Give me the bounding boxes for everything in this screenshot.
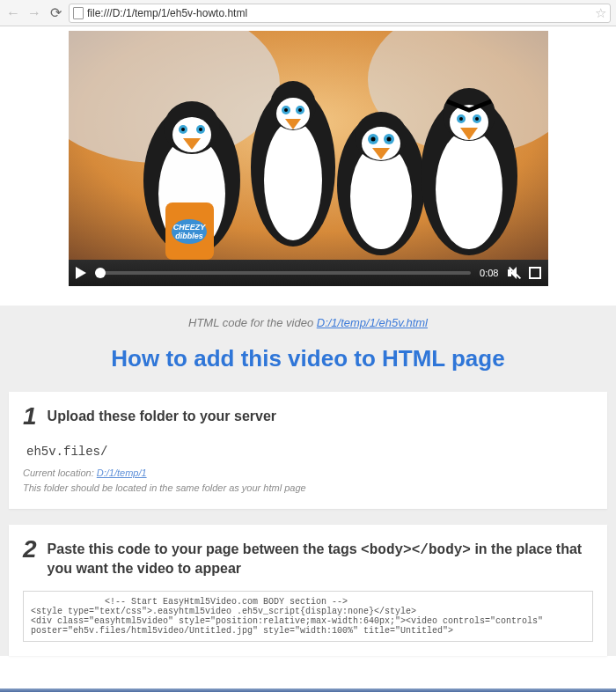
- video-time: 0:08: [480, 268, 498, 278]
- url-input[interactable]: [87, 7, 591, 19]
- svg-point-23: [298, 108, 302, 112]
- video-player: CHEEZY dibbles: [69, 31, 548, 286]
- step-1-title: Upload these folder to your server: [48, 404, 277, 426]
- current-location: Current location: D:/1/temp/1: [23, 466, 593, 481]
- back-button[interactable]: ←: [5, 5, 21, 21]
- page-icon: [73, 7, 84, 19]
- step-1-number: 1: [23, 404, 37, 429]
- seek-track[interactable]: [95, 271, 472, 275]
- code-snippet[interactable]: <!-- Start EasyHtml5Video.com BODY secti…: [23, 591, 593, 642]
- page-content: CHEEZY dibbles: [0, 26, 616, 692]
- loc-prefix: Current location:: [23, 467, 97, 478]
- svg-point-35: [436, 129, 502, 249]
- caption-link[interactable]: D:/1/temp/1/eh5v.html: [317, 316, 428, 329]
- svg-text:dibbles: dibbles: [175, 232, 203, 240]
- svg-point-31: [370, 137, 375, 142]
- address-bar[interactable]: ☆: [69, 4, 611, 23]
- svg-point-9: [181, 128, 185, 131]
- step-2: 2 Paste this code to your page between t…: [9, 525, 607, 656]
- folder-note: This folder should be located in the sam…: [23, 481, 593, 496]
- svg-point-32: [386, 137, 391, 142]
- browser-toolbar: ← → ⟳ ☆: [0, 0, 616, 26]
- instruction-area: HTML code for the video D:/1/temp/1/eh5v…: [0, 306, 616, 656]
- bookmark-star-icon[interactable]: ☆: [595, 5, 606, 21]
- step-2-number: 2: [23, 537, 37, 562]
- svg-text:CHEEZY: CHEEZY: [172, 223, 206, 232]
- page-title: How to add this video to HTML page: [0, 345, 616, 372]
- step-1: 1 Upload these folder to your server eh5…: [9, 392, 607, 509]
- caption-line: HTML code for the video D:/1/temp/1/eh5v…: [0, 316, 616, 329]
- svg-point-22: [284, 108, 288, 112]
- svg-point-17: [264, 121, 322, 240]
- video-frame[interactable]: CHEEZY dibbles: [69, 31, 548, 260]
- seek-thumb[interactable]: [95, 268, 106, 278]
- play-button[interactable]: [76, 267, 86, 279]
- caption-prefix: HTML code for the video: [188, 316, 317, 329]
- folder-name: eh5v.files/: [26, 445, 593, 459]
- mute-button[interactable]: [508, 267, 520, 279]
- forward-button[interactable]: →: [26, 5, 42, 21]
- svg-point-10: [199, 128, 202, 131]
- svg-point-41: [475, 117, 479, 121]
- video-controls: 0:08: [69, 260, 548, 286]
- reload-button[interactable]: ⟳: [48, 5, 63, 21]
- fullscreen-button[interactable]: [529, 267, 541, 279]
- window-bottom-edge: [0, 688, 616, 692]
- svg-point-40: [459, 117, 463, 121]
- step-2-title: Paste this code to your page between the…: [48, 537, 593, 578]
- loc-link[interactable]: D:/1/temp/1: [97, 467, 147, 478]
